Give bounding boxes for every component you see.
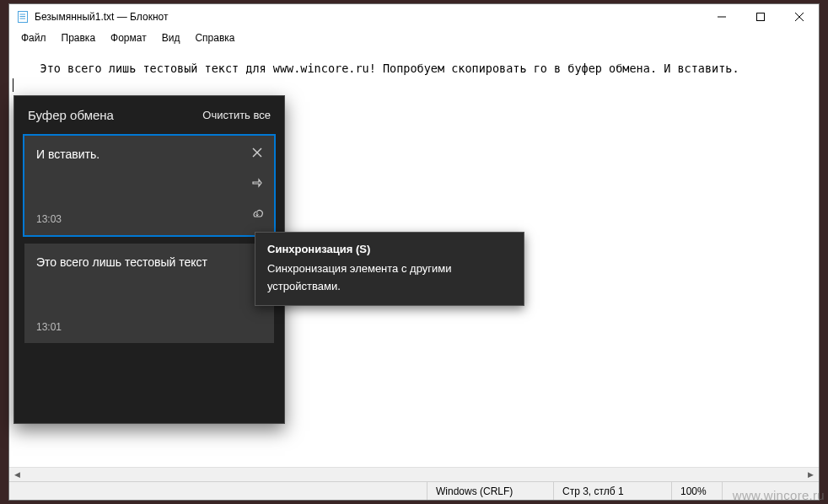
clipboard-item-text: И вставить.	[36, 147, 240, 161]
text-caret	[13, 78, 13, 92]
statusbar: Windows (CRLF) Стр 3, стлб 1 100%	[9, 481, 819, 500]
flyout-header: Буфер обмена Очистить все	[14, 96, 284, 132]
status-linebreak: Windows (CRLF)	[427, 482, 553, 500]
clipboard-flyout: Буфер обмена Очистить все И вставить. 13…	[13, 95, 285, 424]
window-title: Безымянный1.txt — Блокнот	[35, 11, 168, 23]
close-button[interactable]	[780, 4, 819, 29]
flyout-title: Буфер обмена	[28, 108, 114, 122]
minimize-button[interactable]	[702, 4, 741, 29]
scroll-left-icon[interactable]: ◀	[10, 469, 24, 481]
clipboard-item[interactable]: И вставить. 13:03	[24, 136, 274, 235]
menubar: Файл Правка Формат Вид Справка	[9, 29, 819, 46]
editor-content: Это всего лишь тестовый текст для www.wi…	[40, 62, 739, 75]
maximize-button[interactable]	[741, 4, 780, 29]
clipboard-item-text: Это всего лишь тестовый текст	[36, 255, 240, 269]
tooltip-body: Синхронизация элемента с другими устройс…	[267, 260, 512, 296]
svg-rect-5	[757, 13, 765, 21]
clipboard-item[interactable]: Это всего лишь тестовый текст 13:01	[24, 244, 274, 343]
sync-icon[interactable]	[245, 201, 269, 225]
clear-all-button[interactable]: Очистить все	[202, 109, 271, 121]
menu-help[interactable]: Справка	[188, 30, 241, 46]
menu-file[interactable]: Файл	[14, 30, 53, 46]
app-icon	[16, 10, 30, 24]
clipboard-item-time: 13:01	[36, 321, 240, 333]
pin-icon[interactable]	[245, 171, 269, 195]
menu-format[interactable]: Формат	[104, 30, 153, 46]
tooltip: Синхронизация (S) Синхронизация элемента…	[255, 232, 524, 306]
delete-icon[interactable]	[245, 141, 269, 164]
status-empty	[722, 482, 819, 500]
menu-view[interactable]: Вид	[155, 30, 187, 46]
menu-edit[interactable]: Правка	[55, 30, 103, 46]
status-zoom: 100%	[671, 482, 722, 500]
tooltip-title: Синхронизация (S)	[267, 241, 512, 259]
scroll-right-icon[interactable]: ▶	[804, 469, 818, 481]
status-caret-position: Стр 3, стлб 1	[553, 482, 671, 500]
horizontal-scrollbar[interactable]: ◀ ▶	[9, 467, 819, 481]
titlebar[interactable]: Безымянный1.txt — Блокнот	[9, 4, 819, 29]
clipboard-item-actions	[245, 141, 269, 225]
clipboard-item-time: 13:03	[36, 213, 240, 225]
